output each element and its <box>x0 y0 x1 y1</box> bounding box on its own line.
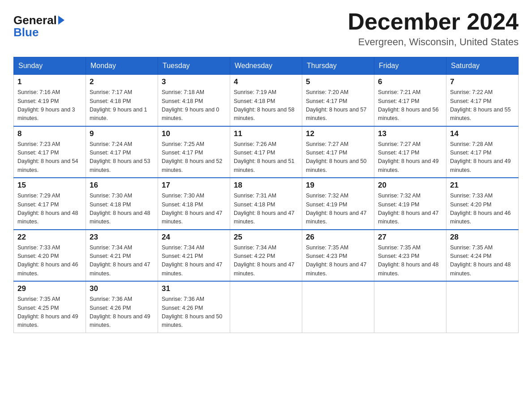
calendar-cell: 31Sunrise: 7:36 AMSunset: 4:26 PMDayligh… <box>158 281 230 333</box>
calendar-cell: 21Sunrise: 7:33 AMSunset: 4:20 PMDayligh… <box>446 178 519 230</box>
day-info: Sunrise: 7:17 AMSunset: 4:18 PMDaylight:… <box>90 88 154 123</box>
month-year-title: December 2024 <box>348 9 519 34</box>
day-info: Sunrise: 7:24 AMSunset: 4:17 PMDaylight:… <box>90 140 154 175</box>
day-number: 16 <box>90 181 154 190</box>
day-info: Sunrise: 7:30 AMSunset: 4:18 PMDaylight:… <box>162 192 226 227</box>
calendar-cell: 8Sunrise: 7:23 AMSunset: 4:17 PMDaylight… <box>14 126 86 178</box>
calendar-cell: 7Sunrise: 7:22 AMSunset: 4:17 PMDaylight… <box>446 75 519 126</box>
calendar-cell <box>230 281 302 333</box>
day-number: 18 <box>234 181 298 190</box>
calendar-cell: 27Sunrise: 7:35 AMSunset: 4:23 PMDayligh… <box>374 230 446 282</box>
calendar-cell: 6Sunrise: 7:21 AMSunset: 4:17 PMDaylight… <box>374 75 446 126</box>
calendar-cell: 18Sunrise: 7:31 AMSunset: 4:18 PMDayligh… <box>230 178 302 230</box>
calendar-cell: 26Sunrise: 7:35 AMSunset: 4:23 PMDayligh… <box>302 230 374 282</box>
day-info: Sunrise: 7:34 AMSunset: 4:21 PMDaylight:… <box>90 244 154 278</box>
calendar-cell: 3Sunrise: 7:18 AMSunset: 4:18 PMDaylight… <box>158 75 230 126</box>
day-number: 6 <box>378 77 442 86</box>
day-number: 3 <box>162 77 226 86</box>
day-info: Sunrise: 7:19 AMSunset: 4:18 PMDaylight:… <box>234 88 298 123</box>
day-info: Sunrise: 7:34 AMSunset: 4:22 PMDaylight:… <box>234 244 298 278</box>
day-number: 4 <box>234 77 298 86</box>
day-number: 17 <box>162 181 226 190</box>
day-number: 5 <box>306 77 370 86</box>
calendar-cell <box>374 281 446 333</box>
calendar-cell <box>302 281 374 333</box>
location-label: Evergreen, Wisconsin, United States <box>348 36 519 48</box>
day-info: Sunrise: 7:25 AMSunset: 4:17 PMDaylight:… <box>162 140 226 175</box>
day-info: Sunrise: 7:29 AMSunset: 4:17 PMDaylight:… <box>17 192 82 227</box>
day-info: Sunrise: 7:20 AMSunset: 4:17 PMDaylight:… <box>306 88 370 123</box>
day-number: 20 <box>378 181 442 190</box>
day-info: Sunrise: 7:26 AMSunset: 4:17 PMDaylight:… <box>234 140 298 175</box>
day-number: 12 <box>306 129 370 138</box>
calendar-cell: 5Sunrise: 7:20 AMSunset: 4:17 PMDaylight… <box>302 75 374 126</box>
calendar-cell: 16Sunrise: 7:30 AMSunset: 4:18 PMDayligh… <box>86 178 158 230</box>
calendar-cell: 23Sunrise: 7:34 AMSunset: 4:21 PMDayligh… <box>86 230 158 282</box>
calendar-cell: 14Sunrise: 7:28 AMSunset: 4:17 PMDayligh… <box>446 126 519 178</box>
day-info: Sunrise: 7:22 AMSunset: 4:17 PMDaylight:… <box>450 88 515 123</box>
day-number: 10 <box>162 129 226 138</box>
calendar-week-2: 8Sunrise: 7:23 AMSunset: 4:17 PMDaylight… <box>14 126 519 178</box>
day-number: 13 <box>378 129 442 138</box>
day-number: 29 <box>17 284 82 293</box>
day-number: 14 <box>450 129 515 138</box>
day-number: 8 <box>17 129 82 138</box>
calendar-cell: 1Sunrise: 7:16 AMSunset: 4:19 PMDaylight… <box>14 75 86 126</box>
day-info: Sunrise: 7:36 AMSunset: 4:26 PMDaylight:… <box>162 295 226 330</box>
day-info: Sunrise: 7:30 AMSunset: 4:18 PMDaylight:… <box>90 192 154 227</box>
day-info: Sunrise: 7:23 AMSunset: 4:17 PMDaylight:… <box>17 140 82 175</box>
calendar-week-4: 22Sunrise: 7:33 AMSunset: 4:20 PMDayligh… <box>14 230 519 282</box>
day-info: Sunrise: 7:31 AMSunset: 4:18 PMDaylight:… <box>234 192 298 227</box>
day-info: Sunrise: 7:33 AMSunset: 4:20 PMDaylight:… <box>450 192 515 227</box>
calendar-cell: 4Sunrise: 7:19 AMSunset: 4:18 PMDaylight… <box>230 75 302 126</box>
calendar-cell: 30Sunrise: 7:36 AMSunset: 4:26 PMDayligh… <box>86 281 158 333</box>
day-info: Sunrise: 7:35 AMSunset: 4:23 PMDaylight:… <box>306 244 370 278</box>
calendar-cell: 2Sunrise: 7:17 AMSunset: 4:18 PMDaylight… <box>86 75 158 126</box>
day-number: 24 <box>162 233 226 242</box>
logo: General Blue <box>13 13 64 39</box>
day-number: 22 <box>17 233 82 242</box>
day-number: 11 <box>234 129 298 138</box>
calendar-cell: 29Sunrise: 7:35 AMSunset: 4:25 PMDayligh… <box>14 281 86 333</box>
day-info: Sunrise: 7:28 AMSunset: 4:17 PMDaylight:… <box>450 140 515 175</box>
day-info: Sunrise: 7:33 AMSunset: 4:20 PMDaylight:… <box>17 244 82 278</box>
day-number: 27 <box>378 233 442 242</box>
col-header-friday: Friday <box>374 57 446 75</box>
day-info: Sunrise: 7:21 AMSunset: 4:17 PMDaylight:… <box>378 88 442 123</box>
calendar-cell: 15Sunrise: 7:29 AMSunset: 4:17 PMDayligh… <box>14 178 86 230</box>
title-section: December 2024 Evergreen, Wisconsin, Unit… <box>348 9 519 48</box>
calendar-cell: 22Sunrise: 7:33 AMSunset: 4:20 PMDayligh… <box>14 230 86 282</box>
day-info: Sunrise: 7:27 AMSunset: 4:17 PMDaylight:… <box>306 140 370 175</box>
col-header-sunday: Sunday <box>14 57 86 75</box>
day-number: 15 <box>17 181 82 190</box>
day-info: Sunrise: 7:34 AMSunset: 4:21 PMDaylight:… <box>162 244 226 278</box>
day-number: 7 <box>450 77 515 86</box>
calendar-cell <box>446 281 519 333</box>
calendar-header-row: SundayMondayTuesdayWednesdayThursdayFrid… <box>14 57 519 75</box>
calendar-table: SundayMondayTuesdayWednesdayThursdayFrid… <box>13 57 519 333</box>
day-number: 21 <box>450 181 515 190</box>
day-number: 25 <box>234 233 298 242</box>
calendar-week-5: 29Sunrise: 7:35 AMSunset: 4:25 PMDayligh… <box>14 281 519 333</box>
calendar-cell: 12Sunrise: 7:27 AMSunset: 4:17 PMDayligh… <box>302 126 374 178</box>
col-header-tuesday: Tuesday <box>158 57 230 75</box>
calendar-cell: 10Sunrise: 7:25 AMSunset: 4:17 PMDayligh… <box>158 126 230 178</box>
col-header-wednesday: Wednesday <box>230 57 302 75</box>
day-number: 31 <box>162 284 226 293</box>
day-info: Sunrise: 7:32 AMSunset: 4:19 PMDaylight:… <box>378 192 442 227</box>
day-number: 28 <box>450 233 515 242</box>
col-header-monday: Monday <box>86 57 158 75</box>
calendar-cell: 19Sunrise: 7:32 AMSunset: 4:19 PMDayligh… <box>302 178 374 230</box>
calendar-cell: 13Sunrise: 7:27 AMSunset: 4:17 PMDayligh… <box>374 126 446 178</box>
day-info: Sunrise: 7:18 AMSunset: 4:18 PMDaylight:… <box>162 88 226 123</box>
day-number: 1 <box>17 77 82 86</box>
calendar-cell: 24Sunrise: 7:34 AMSunset: 4:21 PMDayligh… <box>158 230 230 282</box>
calendar-cell: 20Sunrise: 7:32 AMSunset: 4:19 PMDayligh… <box>374 178 446 230</box>
col-header-thursday: Thursday <box>302 57 374 75</box>
day-info: Sunrise: 7:27 AMSunset: 4:17 PMDaylight:… <box>378 140 442 175</box>
day-number: 23 <box>90 233 154 242</box>
col-header-saturday: Saturday <box>446 57 519 75</box>
day-info: Sunrise: 7:35 AMSunset: 4:23 PMDaylight:… <box>378 244 442 278</box>
page-header: General Blue December 2024 Evergreen, Wi… <box>13 9 519 48</box>
day-number: 26 <box>306 233 370 242</box>
